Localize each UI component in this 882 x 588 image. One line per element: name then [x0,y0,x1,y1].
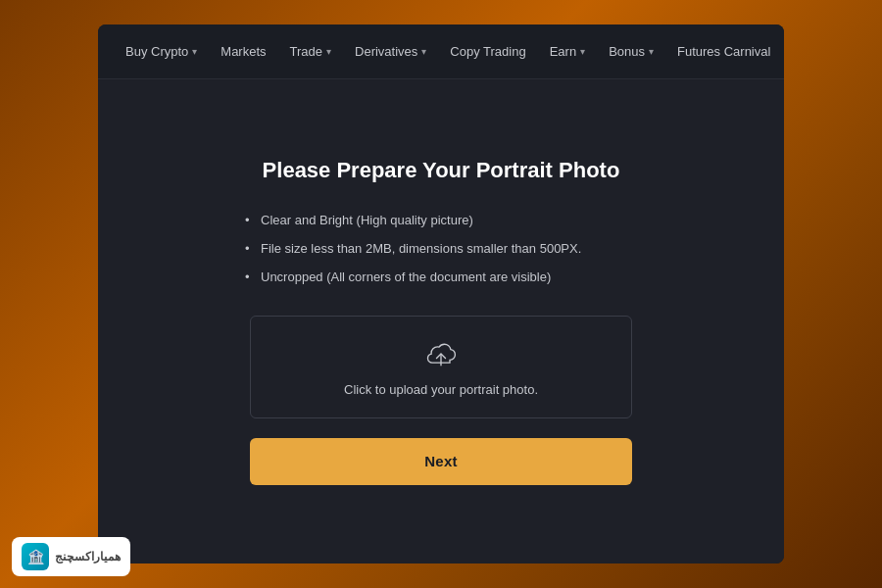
nav-label-copy-trading: Copy Trading [450,44,525,59]
next-button[interactable]: Next [250,438,632,485]
cloud-upload-icon [423,337,459,372]
upload-area[interactable]: Click to upload your portrait photo. [250,316,632,418]
requirement-item-3: Uncropped (All corners of the document a… [245,264,637,292]
nav-label-futures-carnival: Futures Carnival [677,44,770,59]
chevron-down-icon: ▾ [649,46,654,57]
watermark-text: همیاراکسچنج [55,550,121,564]
nav-label-markets: Markets [220,44,266,59]
main-content: Please Prepare Your Portrait Photo Clear… [98,79,784,564]
requirement-item-1: Clear and Bright (High quality picture) [245,207,637,235]
chevron-down-icon: ▾ [192,46,197,57]
watermark: 🏦 همیاراکسچنج [12,537,130,576]
chevron-down-icon: ▾ [580,46,585,57]
nav-item-copy-trading[interactable]: Copy Trading [438,24,537,78]
nav-item-bonus[interactable]: Bonus ▾ [597,24,665,78]
requirements-list: Clear and Bright (High quality picture) … [245,207,637,291]
nav-item-buy-crypto[interactable]: Buy Crypto ▾ [114,24,209,78]
nav-label-bonus: Bonus [609,44,645,59]
nav-item-futures-carnival[interactable]: Futures Carnival [665,24,782,78]
nav-item-earn[interactable]: Earn ▾ [538,24,597,78]
nav-label-earn: Earn [550,44,576,59]
chevron-down-icon: ▾ [421,46,426,57]
upload-label: Click to upload your portrait photo. [344,382,538,397]
nav-item-derivatives[interactable]: Derivatives ▾ [343,24,438,78]
chevron-down-icon: ▾ [326,46,331,57]
nav-label-derivatives: Derivatives [355,44,417,59]
nav-item-trade[interactable]: Trade ▾ [278,24,343,78]
page-title: Please Prepare Your Portrait Photo [263,158,620,183]
browser-window: Buy Crypto ▾ Markets Trade ▾ Derivatives… [98,24,784,564]
nav-item-markets[interactable]: Markets [209,24,277,78]
nav-label-buy-crypto: Buy Crypto [125,44,188,59]
nav-bar: Buy Crypto ▾ Markets Trade ▾ Derivatives… [98,24,784,79]
watermark-icon: 🏦 [22,543,49,570]
nav-label-trade: Trade [290,44,322,59]
requirement-item-2: File size less than 2MB, dimensions smal… [245,235,637,264]
